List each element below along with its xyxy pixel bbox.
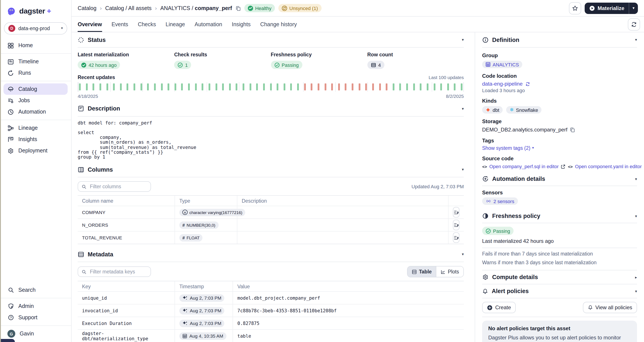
toggle-plots-view[interactable]: Plots xyxy=(436,267,463,277)
update-bar[interactable] xyxy=(270,83,272,90)
update-bar[interactable] xyxy=(134,83,135,90)
update-bar[interactable] xyxy=(461,83,462,90)
table-row[interactable]: invocation_id Aug 2, 7:03 PM 7c88b78c-3b… xyxy=(78,305,464,317)
update-bar[interactable] xyxy=(304,83,306,90)
update-bar[interactable] xyxy=(86,83,88,90)
chevron-down-icon[interactable]: ▾ xyxy=(462,106,464,111)
table-row[interactable]: unique_id Aug 2, 7:03 PM model.dbt_proje… xyxy=(78,292,464,305)
chevron-down-icon[interactable]: ▾ xyxy=(635,289,637,293)
update-bar[interactable] xyxy=(147,83,149,90)
deployment-switcher[interactable]: D data-eng-prod ▾ xyxy=(4,22,67,35)
alerts-section-header[interactable]: Alert policies ▾ xyxy=(482,284,637,298)
update-bar[interactable] xyxy=(386,83,388,90)
filter-columns-input[interactable] xyxy=(89,184,147,190)
update-bar[interactable] xyxy=(338,83,340,90)
chevron-down-icon[interactable]: ▾ xyxy=(462,252,464,257)
show-system-tags-link[interactable]: Show system tags (2) xyxy=(482,145,530,151)
tab-automation[interactable]: Automation xyxy=(194,17,222,32)
automation-section-header[interactable]: Automation details ▾ xyxy=(482,172,637,186)
breadcrumb-all-assets[interactable]: Catalog / All assets xyxy=(105,5,152,11)
update-bar[interactable] xyxy=(345,83,347,90)
sidebar-item-admin[interactable]: Admin xyxy=(0,300,71,312)
update-bar[interactable] xyxy=(120,83,122,90)
update-bar[interactable] xyxy=(358,83,360,90)
update-bar[interactable] xyxy=(263,83,265,90)
update-bar[interactable] xyxy=(290,83,292,90)
chevron-down-icon[interactable]: ▾ xyxy=(462,168,464,172)
update-bar[interactable] xyxy=(324,83,326,90)
code-location-link[interactable]: data-eng-pipeline xyxy=(482,81,523,87)
update-bar[interactable] xyxy=(100,83,101,90)
timestamp-pill[interactable]: Aug 4, 10:35 AM xyxy=(179,332,226,340)
status-section-header[interactable]: Status ▾ xyxy=(78,32,464,48)
filter-metadata-input[interactable] xyxy=(89,269,147,275)
sidebar-item-support[interactable]: ? Support xyxy=(0,312,71,323)
materialize-dropdown[interactable]: ▾ xyxy=(629,6,638,10)
update-bar[interactable] xyxy=(222,83,224,90)
column-lineage-button[interactable] xyxy=(453,233,460,243)
update-bar[interactable] xyxy=(93,83,94,90)
update-bar[interactable] xyxy=(427,83,428,90)
open-yaml-link[interactable]: Open component.yaml in editor xyxy=(575,164,642,169)
update-bar[interactable] xyxy=(366,83,367,90)
sidebar-item-lineage[interactable]: Lineage xyxy=(0,122,71,134)
latest-materialization-pill[interactable]: 42 hours ago xyxy=(78,61,120,69)
table-row[interactable]: TOTAL_REVENUE #FLOAT xyxy=(78,232,464,244)
update-bar[interactable] xyxy=(440,83,442,90)
toggle-table-view[interactable]: Table xyxy=(408,267,436,277)
update-bar[interactable] xyxy=(236,83,238,90)
sidebar-item-insights[interactable]: Insights xyxy=(0,134,71,145)
sidebar-item-deployment[interactable]: Deployment xyxy=(0,145,71,156)
create-alert-button[interactable]: Create xyxy=(482,302,516,313)
favorite-button[interactable] xyxy=(569,2,581,14)
sensors-chip[interactable]: 2 sensors xyxy=(482,197,518,205)
update-bar[interactable] xyxy=(154,83,156,90)
update-bar[interactable] xyxy=(79,83,81,90)
update-bar[interactable] xyxy=(311,83,312,90)
kind-chip-dbt[interactable]: dbt xyxy=(482,106,503,114)
breadcrumb-catalog[interactable]: Catalog xyxy=(78,5,96,11)
sidebar-item-automation[interactable]: Automation xyxy=(0,106,71,118)
column-lineage-button[interactable] xyxy=(453,207,460,218)
chevron-down-icon[interactable]: ▾ xyxy=(462,38,464,42)
update-bar[interactable] xyxy=(113,83,115,90)
freshness-policy-pill[interactable]: Passing xyxy=(271,61,302,69)
health-badge[interactable]: Healthy xyxy=(244,4,275,12)
copy-icon[interactable] xyxy=(236,6,241,11)
table-row[interactable]: dagster-dbt/materialization_type Aug 4, … xyxy=(78,330,464,342)
update-bar[interactable] xyxy=(454,83,456,90)
timestamp-pill[interactable]: Aug 2, 7:03 PM xyxy=(179,294,224,302)
sidebar-item-timeline[interactable]: Timeline xyxy=(0,56,71,67)
table-row[interactable]: Execution Duration Aug 2, 7:03 PM 0.8278… xyxy=(78,317,464,330)
timestamp-pill[interactable]: Aug 2, 7:03 PM xyxy=(179,320,224,327)
group-chip[interactable]: ANALYTICS xyxy=(482,61,522,68)
update-bar[interactable] xyxy=(406,83,408,90)
tab-insights[interactable]: Insights xyxy=(232,17,250,32)
update-bar[interactable] xyxy=(318,83,320,90)
tab-change-history[interactable]: Change history xyxy=(260,17,297,32)
row-count-pill[interactable]: 4 xyxy=(368,61,384,69)
table-row[interactable]: N_ORDERS #NUMBER(30,0) xyxy=(78,219,464,232)
update-bar[interactable] xyxy=(276,83,278,90)
update-bar[interactable] xyxy=(161,83,162,90)
update-bar[interactable] xyxy=(202,83,204,90)
description-section-header[interactable]: Description ▾ xyxy=(78,101,464,116)
update-bar[interactable] xyxy=(284,83,285,90)
view-all-policies-button[interactable]: View all policies xyxy=(583,302,637,313)
columns-section-header[interactable]: Columns ▾ xyxy=(78,162,464,178)
check-results-pill[interactable]: 1 xyxy=(174,61,191,69)
metadata-section-header[interactable]: Metadata ▾ xyxy=(78,247,464,262)
update-bar[interactable] xyxy=(434,83,435,90)
sidebar-item-search[interactable]: Search xyxy=(0,284,71,296)
materialize-button[interactable]: Materialize ▾ xyxy=(584,3,638,14)
update-bar[interactable] xyxy=(447,83,449,90)
update-bar[interactable] xyxy=(413,83,415,90)
update-bar[interactable] xyxy=(168,83,169,90)
open-sql-link[interactable]: Open company_perf.sql in editor xyxy=(489,164,559,169)
freshness-section-header[interactable]: Freshness policy ▾ xyxy=(482,209,637,223)
copy-icon[interactable] xyxy=(570,127,575,132)
sidebar-item-catalog[interactable]: Catalog xyxy=(4,83,68,95)
update-bar[interactable] xyxy=(181,83,183,90)
timestamp-pill[interactable]: Aug 2, 7:03 PM xyxy=(179,307,224,314)
sidebar-item-runs[interactable]: Runs xyxy=(0,67,71,79)
